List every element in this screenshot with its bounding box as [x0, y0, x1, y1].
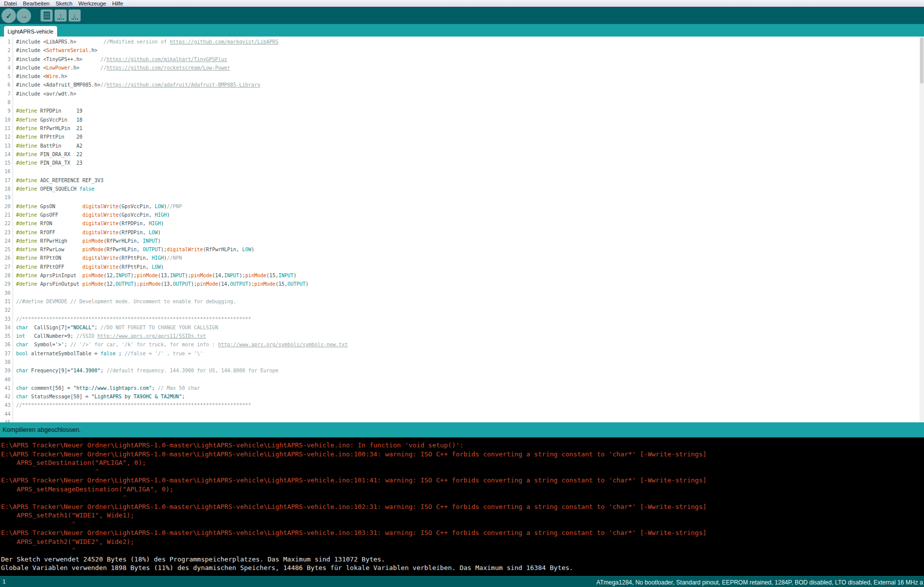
code-line[interactable]: 14#define PIN_DRA_RX 22 [0, 150, 924, 159]
new-sketch-icon [44, 12, 50, 20]
code-line[interactable]: 20#define GpsON digitalWrite(GpsVccPin, … [0, 202, 924, 211]
code-line[interactable]: 40 [0, 375, 924, 384]
code-line[interactable]: 30 [0, 289, 924, 297]
code-line[interactable]: 19 [0, 193, 924, 202]
code-text [13, 290, 16, 296]
console-line: E:\APRS Tracker\Neuer Ordner\LightAPRS-1… [1, 450, 924, 459]
code-line[interactable]: 4#include <LowPower.h> //https://github.… [0, 64, 924, 72]
code-line[interactable]: 11#define RfPwrHLPin 21 [0, 124, 924, 133]
save-sketch-button[interactable]: ↓ [69, 10, 81, 22]
console-line: APRS_setDestination("APLIGA", 0); [1, 458, 924, 467]
code-line[interactable]: 16 [0, 167, 924, 176]
code-text: #include <TinyGPS++.h> //https://github.… [13, 57, 227, 62]
code-text: //**************************************… [13, 402, 251, 408]
line-number: 42 [0, 392, 13, 401]
code-line[interactable]: 6#include <Adafruit_BMP085.h>//https://g… [0, 81, 924, 89]
code-line[interactable]: 35int CallNumber=9; //SSID http://www.ap… [0, 332, 924, 340]
line-number: 31 [0, 297, 13, 306]
menu-item-sketch[interactable]: Sketch [53, 1, 76, 7]
code-text: #define ADC_REFERENCE REF_3V3 [13, 178, 104, 183]
line-number: 36 [0, 340, 13, 349]
editor-scrollbar[interactable] [919, 37, 924, 422]
code-text: #define GpsVccPin 18 [13, 117, 82, 123]
menu-item-hilfe[interactable]: Hilfe [109, 1, 126, 7]
line-number: 41 [0, 384, 13, 392]
code-line[interactable]: 33//************************************… [0, 315, 924, 323]
new-sketch-button[interactable] [41, 10, 53, 22]
code-line[interactable]: 9#define RfPDPin 19 [0, 107, 924, 115]
code-line[interactable]: 10#define GpsVccPin 18 [0, 116, 924, 124]
line-number: 28 [0, 271, 13, 280]
save-sketch-icon: ↓ [72, 12, 78, 20]
code-line[interactable]: 42char StatusMessage[50] = "LightAPRS by… [0, 392, 924, 401]
arduino-ide-window: Datei Bearbeiten Sketch Werkzeuge Hilfe … [0, 0, 924, 587]
line-number: 6 [0, 81, 13, 89]
code-line[interactable]: 32 [0, 306, 924, 314]
caret-line-indicator: 1 [3, 578, 6, 584]
tab-lightaprs-vehicle[interactable]: LightAPRS-vehicle [4, 26, 57, 37]
code-line[interactable]: 36char Symbol='>'; // '/>' for car, '/k'… [0, 340, 924, 349]
menu-item-datei[interactable]: Datei [1, 1, 20, 7]
line-number: 35 [0, 332, 13, 340]
code-line[interactable]: 43//************************************… [0, 401, 924, 409]
code-line[interactable]: 22#define RfON digitalWrite(RfPDPin, HIG… [0, 219, 924, 228]
upload-arrow-icon: → [20, 12, 28, 20]
code-text: //#define DEVMODE // Development mode. U… [13, 299, 236, 304]
upload-button[interactable]: → [17, 9, 31, 23]
code-line[interactable]: 38 [0, 358, 924, 366]
console-line: Globale Variablen verwenden 1898 Bytes (… [1, 563, 924, 572]
code-line[interactable]: 28#define AprsPinInput pinMode(12,INPUT)… [0, 271, 924, 280]
editor-scrollbar-thumb[interactable] [920, 38, 923, 84]
code-line[interactable]: 21#define GpsOFF digitalWrite(GpsVccPin,… [0, 211, 924, 219]
code-text: #define RfON digitalWrite(RfPDPin, HIGH) [13, 221, 164, 226]
code-text: #define GpsOFF digitalWrite(GpsVccPin, H… [13, 212, 170, 218]
code-line[interactable]: 23#define RfOFF digitalWrite(RfPDPin, LO… [0, 228, 924, 237]
console-line: ^ [1, 493, 924, 502]
line-number: 11 [0, 124, 13, 133]
footer-status-bar: 1 ATmega1284, No bootloader, Standard pi… [0, 576, 924, 587]
code-line[interactable]: 39char Frequency[9]="144.3900"; //defaul… [0, 366, 924, 375]
line-number: 26 [0, 254, 13, 262]
line-number: 13 [0, 142, 13, 150]
code-text: int CallNumber=9; //SSID http://www.aprs… [13, 333, 206, 339]
open-sketch-button[interactable]: ↑ [55, 10, 67, 22]
code-line[interactable]: 2#include <SoftwareSerial.h> [0, 46, 924, 55]
code-line[interactable]: 26#define RfPttON digitalWrite(RfPttPin,… [0, 254, 924, 262]
line-number: 21 [0, 211, 13, 219]
code-text: #define RfPwrLow pinMode(RfPwrHLPin, OUT… [13, 247, 254, 252]
code-text: #define RfPDPin 19 [13, 108, 82, 114]
menu-item-bearbeiten[interactable]: Bearbeiten [20, 1, 53, 7]
line-number: 45 [0, 418, 13, 422]
tab-bar: LightAPRS-vehicle [0, 24, 924, 37]
code-line[interactable]: 18#define OPEN_SQUELCH false [0, 185, 924, 193]
code-line[interactable]: 44 [0, 410, 924, 418]
code-line[interactable]: 3#include <TinyGPS++.h> //https://github… [0, 55, 924, 64]
code-line[interactable]: 29#define AprsPinOutput pinMode(12,OUTPU… [0, 280, 924, 288]
code-line[interactable]: 5#include <Wire.h> [0, 72, 924, 81]
console-output[interactable]: E:\APRS Tracker\Neuer Ordner\LightAPRS-1… [0, 437, 924, 576]
line-number: 18 [0, 185, 13, 193]
code-text: #include <LowPower.h> //https://github.c… [13, 65, 230, 71]
code-line[interactable]: 25#define RfPwrLow pinMode(RfPwrHLPin, O… [0, 245, 924, 254]
console-line: APRS_setMessageDestination("APLIGA", 0); [1, 485, 924, 494]
code-line[interactable]: 15#define PIN_DRA_TX 23 [0, 159, 924, 167]
menu-item-werkzeuge[interactable]: Werkzeuge [76, 1, 109, 7]
code-line[interactable]: 31//#define DEVMODE // Development mode.… [0, 297, 924, 306]
code-line[interactable]: 34char CallSign[7]="NOCALL"; //DO NOT FO… [0, 323, 924, 332]
code-line[interactable]: 37bool alternateSymbolTable = false ; //… [0, 349, 924, 358]
code-line[interactable]: 45 [0, 418, 924, 422]
verify-button[interactable]: ✓ [2, 9, 16, 23]
code-line[interactable]: 24#define RfPwrHigh pinMode(RfPwrHLPin, … [0, 237, 924, 245]
console-line: Der Sketch verwendet 24520 Bytes (18%) d… [1, 555, 924, 564]
code-line[interactable]: 17#define ADC_REFERENCE REF_3V3 [0, 176, 924, 185]
toolbar: ✓ → ↑ ↓ [0, 7, 924, 24]
code-line[interactable]: 8 [0, 98, 924, 107]
code-line[interactable]: 41char comment[50] = "http://www.lightap… [0, 384, 924, 392]
code-line[interactable]: 7#include <avr/wdt.h> [0, 90, 924, 98]
code-line[interactable]: 13#define BattPin A2 [0, 142, 924, 150]
code-line[interactable]: 1#include <LibAPRS.h> //Modified version… [0, 38, 924, 46]
code-line[interactable]: 27#define RfPttOFF digitalWrite(RfPttPin… [0, 263, 924, 271]
code-text: #define RfPttOFF digitalWrite(RfPttPin, … [13, 264, 164, 270]
code-line[interactable]: 12#define RfPttPin 20 [0, 133, 924, 141]
editor[interactable]: 1#include <LibAPRS.h> //Modified version… [0, 37, 924, 422]
